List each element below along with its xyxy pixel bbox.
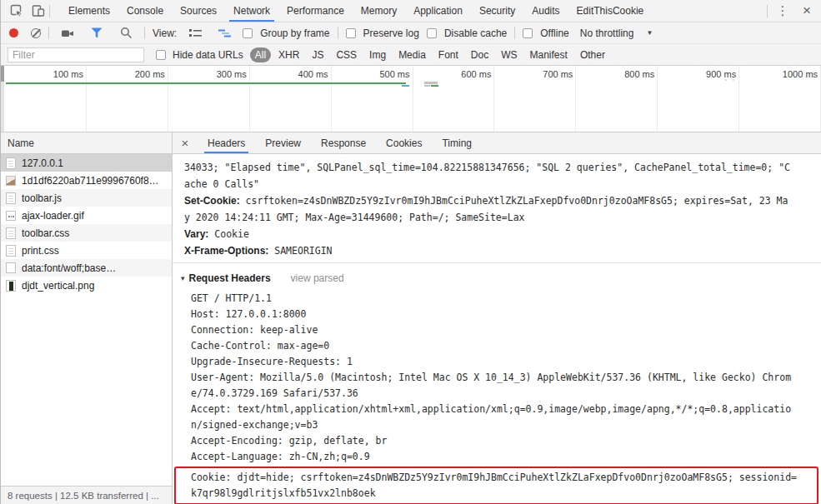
disable-cache-label: Disable cache bbox=[444, 27, 507, 39]
close-devtools-icon[interactable]: × bbox=[798, 2, 816, 19]
filter-type-manifest[interactable]: Manifest bbox=[525, 47, 573, 62]
tab-sources[interactable]: Sources bbox=[172, 0, 225, 22]
filter-type-all[interactable]: All bbox=[250, 47, 271, 62]
filter-type-img[interactable]: Img bbox=[364, 47, 391, 62]
request-headers-label: Request Headers bbox=[189, 272, 271, 284]
inspect-element-icon[interactable] bbox=[6, 1, 28, 21]
search-icon[interactable] bbox=[115, 23, 137, 43]
tab-audits[interactable]: Audits bbox=[523, 0, 568, 22]
filter-type-xhr[interactable]: XHR bbox=[273, 47, 304, 62]
timeline-ticks: 100 ms200 ms300 ms400 ms500 ms600 ms700 … bbox=[5, 66, 821, 132]
header-name: Set-Cookie: bbox=[184, 195, 240, 207]
overview-dot bbox=[733, 79, 734, 81]
response-header-line: y 2020 14:24:11 GMT; Max-Age=31449600; P… bbox=[184, 209, 821, 226]
throttling-select[interactable]: No throttling bbox=[580, 27, 634, 39]
timeline-tick-label: 400 ms bbox=[250, 66, 332, 132]
name-column-header[interactable]: Name bbox=[1, 132, 172, 154]
overview-request-bar bbox=[424, 82, 438, 84]
details-tab-label: Cookies bbox=[386, 137, 422, 149]
filter-type-font[interactable]: Font bbox=[433, 47, 463, 62]
header-value: Cookie bbox=[208, 228, 248, 240]
timeline-tick-label: 1000 ms bbox=[739, 66, 821, 132]
filter-icon[interactable] bbox=[86, 23, 108, 43]
timeline-tick-label: 900 ms bbox=[658, 66, 739, 132]
group-by-frame-label: Group by frame bbox=[260, 27, 329, 39]
filter-type-other[interactable]: Other bbox=[575, 47, 610, 62]
name-column-label: Name bbox=[8, 137, 34, 149]
headers-content: 34033; "Elapsed time", SQLPanel_sql_time… bbox=[173, 154, 821, 504]
request-row[interactable]: print.css bbox=[1, 242, 172, 259]
clear-button[interactable] bbox=[31, 28, 41, 38]
request-name: 127.0.0.1 bbox=[22, 157, 63, 169]
filter-type-js[interactable]: JS bbox=[307, 47, 328, 62]
large-rows-icon[interactable] bbox=[184, 23, 206, 43]
resource-type-icon bbox=[6, 227, 16, 239]
divider bbox=[338, 27, 338, 39]
device-toolbar-icon[interactable] bbox=[28, 1, 49, 21]
kebab-menu-icon[interactable]: ⋮ bbox=[774, 3, 791, 18]
filter-input[interactable] bbox=[8, 47, 144, 62]
screenshot-capture-icon[interactable] bbox=[57, 23, 78, 43]
details-tab-timing[interactable]: Timing bbox=[432, 132, 482, 153]
record-button[interactable] bbox=[9, 28, 18, 37]
filter-type-css[interactable]: CSS bbox=[331, 47, 362, 62]
disable-cache-checkbox[interactable] bbox=[427, 28, 437, 38]
request-row[interactable]: toolbar.js bbox=[1, 189, 172, 207]
request-header-line: Connection: keep-alive bbox=[191, 322, 821, 338]
panel-tab-label: Sources bbox=[180, 5, 217, 17]
request-row[interactable]: ajax-loader.gif bbox=[1, 207, 172, 224]
details-tab-headers[interactable]: Headers bbox=[198, 132, 255, 153]
request-row[interactable]: 127.0.0.1 bbox=[1, 154, 172, 172]
request-name: toolbar.css bbox=[22, 227, 69, 239]
group-by-frame-checkbox[interactable] bbox=[243, 28, 253, 38]
resource-type-icon bbox=[6, 262, 16, 273]
tab-network[interactable]: Network bbox=[225, 0, 278, 22]
close-details-icon[interactable]: × bbox=[173, 136, 198, 150]
tab-console[interactable]: Console bbox=[118, 0, 172, 22]
details-tab-response[interactable]: Response bbox=[311, 132, 376, 153]
request-row[interactable]: 1d1df6220ab711e9996760f8… bbox=[1, 172, 172, 189]
chevron-down-icon[interactable]: ▼ bbox=[646, 29, 653, 37]
devtools-window: ElementsConsoleSourcesNetworkPerformance… bbox=[0, 0, 821, 504]
network-overview-timeline[interactable]: 100 ms200 ms300 ms400 ms500 ms600 ms700 … bbox=[1, 66, 821, 132]
cookie-header-line: k7qr98l9gdlritjslxfb51vx2lnb8oek bbox=[191, 486, 817, 502]
request-headers-section-title[interactable]: ▾ Request Headers view parsed bbox=[181, 266, 821, 291]
response-header-line: Vary: Cookie bbox=[184, 226, 821, 242]
preserve-log-checkbox[interactable] bbox=[346, 28, 356, 38]
tab-application[interactable]: Application bbox=[405, 0, 471, 22]
tab-memory[interactable]: Memory bbox=[353, 0, 405, 22]
filter-type-doc[interactable]: Doc bbox=[466, 47, 493, 62]
hide-data-urls-checkbox[interactable] bbox=[156, 50, 166, 60]
filter-type-media[interactable]: Media bbox=[393, 47, 431, 62]
panel-tab-label: Performance bbox=[287, 5, 344, 17]
divider bbox=[49, 5, 50, 17]
tab-security[interactable]: Security bbox=[471, 0, 523, 22]
show-overview-icon[interactable] bbox=[213, 23, 235, 43]
details-tab-label: Response bbox=[321, 137, 366, 149]
request-row[interactable]: toolbar.css bbox=[1, 224, 172, 242]
header-value: y 2020 14:24:11 GMT; Max-Age=31449600; P… bbox=[184, 212, 525, 223]
response-header-line: ache 0 Calls" bbox=[184, 176, 821, 192]
tab-elements[interactable]: Elements bbox=[60, 0, 118, 22]
resource-type-filters: AllXHRJSCSSImgMediaFontDocWSManifestOthe… bbox=[250, 47, 610, 62]
filter-type-ws[interactable]: WS bbox=[496, 47, 522, 62]
overview-request-bar bbox=[431, 85, 438, 87]
tab-performance[interactable]: Performance bbox=[278, 0, 353, 22]
overview-load-line bbox=[6, 82, 406, 84]
section-divider bbox=[173, 262, 821, 263]
request-row[interactable]: djdt_vertical.png bbox=[1, 277, 172, 294]
request-row[interactable]: data:font/woff;base… bbox=[1, 259, 172, 277]
request-name: ajax-loader.gif bbox=[22, 210, 84, 222]
details-tab-label: Timing bbox=[442, 137, 472, 149]
network-summary-bar: 8 requests | 12.5 KB transferred | ... bbox=[1, 486, 172, 504]
details-tab-cookies[interactable]: Cookies bbox=[376, 132, 432, 153]
overview-dcl-tick bbox=[402, 85, 409, 87]
overview-dot bbox=[725, 79, 727, 81]
view-parsed-link[interactable]: view parsed bbox=[291, 272, 344, 284]
panel-tab-label: Security bbox=[479, 5, 515, 17]
disclosure-triangle-icon[interactable]: ▾ bbox=[181, 274, 185, 282]
tab-editthiscookie[interactable]: EditThisCookie bbox=[568, 0, 653, 22]
details-tab-preview[interactable]: Preview bbox=[255, 132, 311, 153]
overview-scroll-handle[interactable] bbox=[1, 66, 4, 82]
offline-checkbox[interactable] bbox=[523, 28, 533, 38]
